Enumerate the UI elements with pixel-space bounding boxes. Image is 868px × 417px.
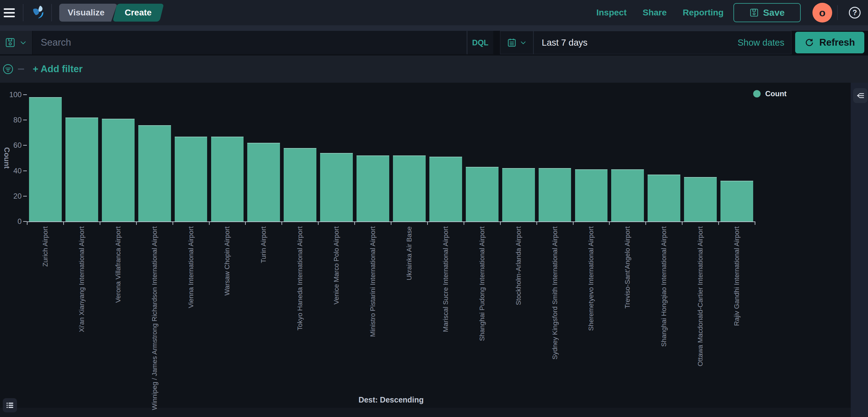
x-axis-label-text: Vienna International Airport xyxy=(187,227,194,308)
saved-query-menu-button[interactable] xyxy=(0,31,33,54)
x-axis-label: Mariscal Sucre International Airport xyxy=(442,227,450,332)
x-axis-label-text: Winnipeg / James Armstrong Richardson In… xyxy=(151,227,158,410)
main-content: Count Count Dest: Descending 02040608010… xyxy=(0,83,868,417)
x-axis-label: Verona Villafranca Airport xyxy=(115,227,122,303)
x-axis-label-text: Stockholm-Arlanda Airport xyxy=(515,227,522,305)
breadcrumb-tabs: Visualize Create xyxy=(59,4,162,22)
x-axis-label-text: Shanghai Pudong International Airport xyxy=(478,227,486,341)
bar[interactable] xyxy=(648,175,680,221)
chevron-down-icon xyxy=(520,39,527,46)
inspect-link[interactable]: Inspect xyxy=(596,8,627,18)
bar[interactable] xyxy=(611,169,644,221)
y-tick-label: 0 xyxy=(0,217,22,226)
bar[interactable] xyxy=(284,148,316,221)
bar[interactable] xyxy=(539,168,571,221)
x-tick-mark xyxy=(209,221,210,225)
filter-set-icon[interactable] xyxy=(2,63,14,75)
help-icon[interactable]: ? xyxy=(849,7,861,19)
gap xyxy=(493,31,500,54)
x-axis-label-text: Verona Villafranca Airport xyxy=(115,227,122,303)
bar[interactable] xyxy=(138,125,171,221)
x-tick-mark xyxy=(354,221,355,225)
opensearch-logo-icon[interactable] xyxy=(29,4,46,21)
quick-select-calendar-button[interactable] xyxy=(500,31,534,54)
x-tick-mark xyxy=(682,221,682,225)
bar[interactable] xyxy=(320,153,353,221)
share-link[interactable]: Share xyxy=(643,8,667,18)
x-tick-mark xyxy=(464,221,464,225)
bar[interactable] xyxy=(720,181,753,221)
bar[interactable] xyxy=(502,168,535,221)
menu-hamburger-icon[interactable] xyxy=(4,6,17,20)
bar[interactable] xyxy=(247,143,280,221)
bar[interactable] xyxy=(684,177,717,221)
query-language-button[interactable]: DQL xyxy=(467,31,493,54)
x-axis-label: Sydney Kingsford Smith International Air… xyxy=(551,227,558,360)
filter-bar: + Add filter xyxy=(0,54,868,83)
refresh-button-label: Refresh xyxy=(819,37,855,48)
x-axis-label: Shanghai Hongqiao International Airport xyxy=(660,227,668,347)
bar[interactable] xyxy=(102,119,134,221)
x-tick-mark xyxy=(318,221,318,225)
refresh-icon xyxy=(804,38,814,47)
refresh-button[interactable]: Refresh xyxy=(795,32,864,54)
x-axis-label: Warsaw Chopin Airport xyxy=(223,227,231,296)
y-tick-mark xyxy=(23,94,27,95)
bar[interactable] xyxy=(65,117,98,221)
x-axis-title: Dest: Descending xyxy=(359,395,424,404)
search-bar-row: DQL Last 7 days Show dates Refresh xyxy=(0,31,868,54)
divider xyxy=(51,4,52,21)
divider xyxy=(837,5,838,20)
y-tick-label: 20 xyxy=(0,192,22,201)
bar[interactable] xyxy=(211,137,244,221)
bar[interactable] xyxy=(29,97,62,221)
list-icon xyxy=(5,401,14,410)
logo-petal-light xyxy=(38,6,42,12)
x-axis-label: Venice Marco Polo Airport xyxy=(333,227,340,305)
y-axis-title: Count xyxy=(2,147,11,168)
chevron-down-icon xyxy=(19,39,27,46)
x-axis-label-text: Turin Airport xyxy=(260,227,267,263)
top-nav-links: Inspect Share Reporting xyxy=(596,8,723,18)
x-axis-label-text: Treviso-Sant'Angelo Airport xyxy=(624,227,631,308)
bar[interactable] xyxy=(356,155,389,221)
bar[interactable] xyxy=(429,157,462,221)
bar[interactable] xyxy=(466,167,498,221)
x-axis-label: Ottawa Macdonald-Cartier International A… xyxy=(697,227,704,367)
x-axis-label: Treviso-Sant'Angelo Airport xyxy=(624,227,631,308)
x-axis-label-text: Zurich Airport xyxy=(42,227,49,267)
x-axis-label-text: Ukrainka Air Base xyxy=(406,227,413,280)
tab-create[interactable]: Create xyxy=(113,4,164,22)
y-tick-mark xyxy=(23,171,27,171)
bar[interactable] xyxy=(393,155,426,221)
y-tick-mark xyxy=(23,120,27,120)
x-axis-label: Xi'an Xianyang International Airport xyxy=(78,227,86,332)
x-axis-label: Sheremetyevo International Airport xyxy=(587,227,595,331)
x-tick-mark xyxy=(718,221,719,225)
x-axis-label-text: Rajiv Gandhi International Airport xyxy=(733,227,741,326)
bar[interactable] xyxy=(175,137,208,221)
tab-visualize[interactable]: Visualize xyxy=(59,4,117,22)
x-tick-mark xyxy=(500,221,501,225)
search-input[interactable] xyxy=(33,31,467,54)
x-axis-label-text: Ministro Pistarini International Airport xyxy=(369,227,377,337)
x-axis-label: Winnipeg / James Armstrong Richardson In… xyxy=(151,227,158,410)
x-axis-label: Stockholm-Arlanda Airport xyxy=(515,227,522,305)
x-tick-mark xyxy=(100,221,100,225)
avatar[interactable]: o xyxy=(812,3,832,23)
date-range-value[interactable]: Last 7 days xyxy=(534,38,738,48)
show-dates-button[interactable]: Show dates xyxy=(738,38,791,48)
x-axis-label: Tokyo Haneda International Airport xyxy=(296,227,304,331)
date-picker: Last 7 days Show dates xyxy=(500,31,792,54)
add-filter-button[interactable]: + Add filter xyxy=(33,64,83,75)
x-tick-mark xyxy=(646,221,646,225)
save-button[interactable]: Save xyxy=(734,3,801,22)
legend-item-count[interactable]: Count xyxy=(753,90,786,98)
x-tick-mark xyxy=(27,221,28,225)
legend-toggle-button[interactable] xyxy=(3,398,17,412)
bar[interactable] xyxy=(575,169,608,221)
collapse-panel-button[interactable] xyxy=(853,88,867,103)
y-tick-label: 40 xyxy=(0,167,22,175)
reporting-link[interactable]: Reporting xyxy=(683,8,723,18)
x-tick-mark xyxy=(136,221,137,225)
